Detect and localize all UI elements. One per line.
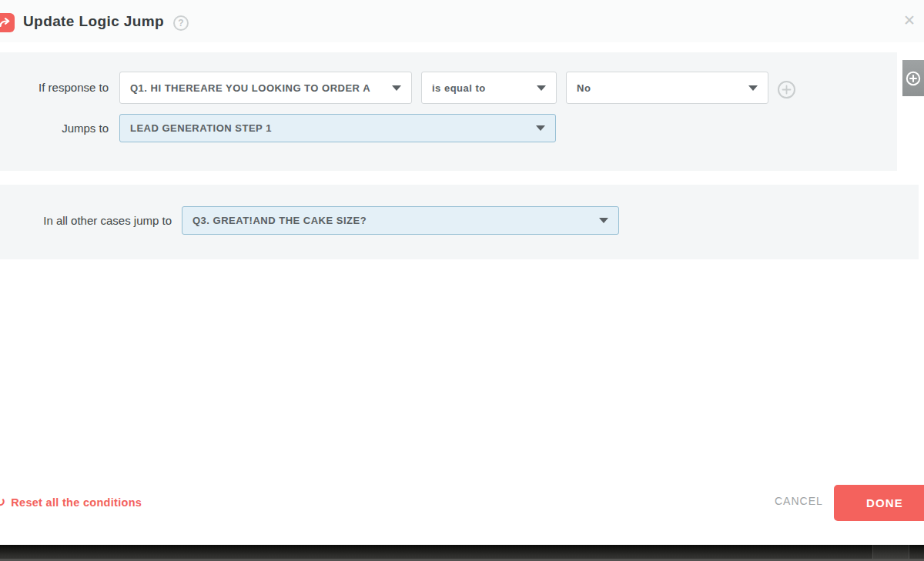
- answer-value: No: [577, 82, 591, 94]
- jumps-to-label: Jumps to: [0, 114, 109, 142]
- response-question-value: Q1. HI THEREARE YOU LOOKING TO ORDER A: [130, 82, 370, 94]
- answer-select[interactable]: No: [566, 72, 768, 104]
- help-circle-icon[interactable]: ?: [173, 15, 189, 31]
- side-plus-tab[interactable]: [902, 60, 924, 96]
- reset-icon: ↻: [0, 494, 5, 511]
- reset-conditions-link[interactable]: ↻ Reset all the conditions: [0, 493, 142, 513]
- chevron-down-icon: [536, 125, 545, 131]
- done-button[interactable]: DONE: [834, 485, 924, 521]
- plus-circle-icon: [905, 70, 922, 87]
- operator-select[interactable]: is equal to: [421, 72, 557, 104]
- plus-icon: [782, 85, 792, 95]
- taskbar-item[interactable]: [872, 545, 909, 559]
- chevron-down-icon: [748, 85, 758, 91]
- if-response-to-label: If response to: [0, 72, 109, 104]
- help-glyph: ?: [178, 18, 183, 28]
- jumps-to-value: LEAD GENERATION STEP 1: [130, 122, 272, 134]
- otherwise-select[interactable]: Q3. GREAT!AND THE CAKE SIZE?: [182, 206, 619, 235]
- condition-section: If response to Q1. HI THEREARE YOU LOOKI…: [0, 52, 897, 171]
- jumps-to-select[interactable]: LEAD GENERATION STEP 1: [119, 114, 556, 142]
- logic-jump-icon: [0, 13, 15, 32]
- close-icon[interactable]: ✕: [903, 12, 916, 29]
- otherwise-value: Q3. GREAT!AND THE CAKE SIZE?: [192, 215, 367, 226]
- cancel-button[interactable]: CANCEL: [770, 483, 828, 519]
- response-question-select[interactable]: Q1. HI THEREARE YOU LOOKING TO ORDER A: [119, 72, 412, 104]
- operator-value: is equal to: [432, 82, 486, 94]
- modal-header: Update Logic Jump ? ✕: [0, 0, 924, 42]
- otherwise-label: In all other cases jump to: [0, 206, 172, 235]
- chevron-down-icon: [599, 218, 608, 223]
- otherwise-section: In all other cases jump to Q3. GREAT!AND…: [0, 185, 919, 259]
- chevron-down-icon: [537, 85, 546, 91]
- update-logic-jump-modal: Update Logic Jump ? ✕ If response to Q1.…: [0, 0, 924, 561]
- modal-title: Update Logic Jump: [23, 0, 164, 42]
- chevron-down-icon: [392, 85, 401, 91]
- reset-label: Reset all the conditions: [11, 496, 142, 509]
- add-condition-button[interactable]: [778, 81, 795, 99]
- taskbar: [0, 545, 924, 561]
